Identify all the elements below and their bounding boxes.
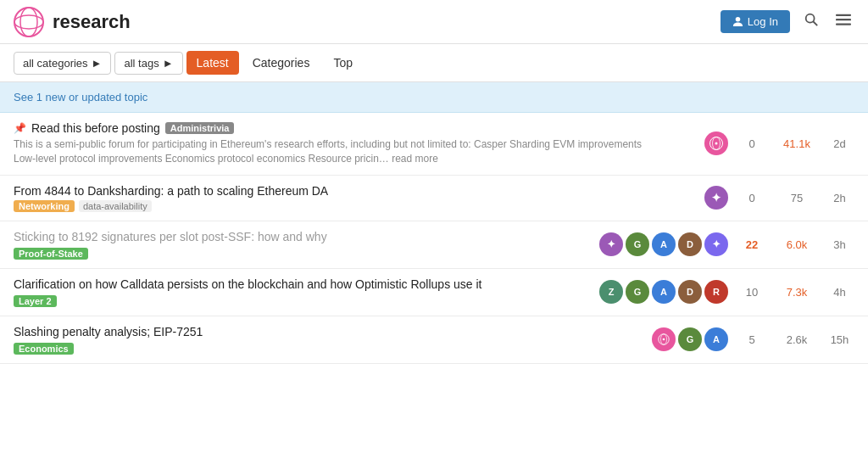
- chevron-right-icon: ►: [92, 57, 103, 70]
- avatar: G: [626, 280, 649, 304]
- site-logo: [14, 7, 44, 37]
- avatar: D: [678, 232, 702, 256]
- topic-title-row: 📌 Read this before posting Administrivia: [14, 121, 645, 135]
- avatar: G: [626, 232, 649, 256]
- table-row: Slashing penalty analysis; EIP-7251 Econ…: [0, 316, 868, 364]
- tag-badge-economics[interactable]: Economics: [14, 343, 74, 355]
- topic-views: 41.1k: [776, 137, 818, 150]
- avatar: A: [652, 232, 676, 256]
- avatar: Z: [599, 280, 623, 304]
- pinned-icon: 📌: [14, 122, 26, 134]
- svg-rect-6: [836, 14, 851, 16]
- site-title: research: [53, 11, 131, 33]
- tab-top[interactable]: Top: [323, 51, 363, 75]
- svg-point-11: [715, 143, 718, 145]
- topic-avatars: G A: [652, 327, 728, 351]
- tag-badge-layer2[interactable]: Layer 2: [14, 295, 57, 307]
- svg-point-2: [14, 15, 43, 29]
- topic-title-row: Slashing penalty analysis; EIP-7251: [14, 325, 645, 338]
- table-row: Sticking to 8192 signatures per slot pos…: [0, 221, 868, 269]
- tag-badge-pos[interactable]: Proof-of-Stake: [14, 248, 88, 260]
- topic-views: 2.6k: [776, 333, 818, 346]
- header-left: research: [14, 7, 131, 37]
- topic-avatars: ✦: [652, 186, 728, 210]
- tag-small-data-availability[interactable]: data-availability: [79, 200, 152, 212]
- topic-main: From 4844 to Danksharding: a path to sca…: [14, 184, 645, 212]
- table-row: From 4844 to Danksharding: a path to sca…: [0, 176, 868, 221]
- topic-main: Clarification on how Calldata persists o…: [14, 277, 593, 307]
- avatar: ✦: [704, 232, 728, 256]
- person-icon: [732, 16, 743, 27]
- svg-point-3: [26, 20, 31, 25]
- topic-views: 75: [776, 192, 818, 204]
- topic-avatars: [652, 131, 728, 155]
- header-right: Log In: [721, 8, 854, 35]
- login-button[interactable]: Log In: [721, 10, 790, 33]
- topic-replies: 0: [735, 137, 769, 150]
- topic-age: 2d: [825, 137, 854, 150]
- search-icon: [804, 12, 819, 27]
- topic-age: 4h: [825, 286, 854, 299]
- topic-age: 2h: [825, 192, 854, 204]
- table-row: 📌 Read this before posting Administrivia…: [0, 113, 868, 176]
- svg-rect-7: [836, 19, 851, 20]
- svg-point-0: [14, 8, 43, 36]
- avatar: [652, 327, 676, 351]
- tab-latest[interactable]: Latest: [186, 51, 239, 75]
- notice-bar[interactable]: See 1 new or updated topic: [0, 82, 868, 113]
- search-button[interactable]: [800, 8, 822, 35]
- avatar: D: [678, 280, 702, 304]
- topic-replies: 22: [735, 238, 769, 251]
- topic-main: Slashing penalty analysis; EIP-7251 Econ…: [14, 325, 645, 355]
- tab-categories[interactable]: Categories: [242, 51, 320, 75]
- topic-age: 3h: [825, 238, 854, 251]
- avatar: A: [704, 327, 728, 351]
- svg-point-1: [20, 8, 37, 36]
- avatar: [704, 131, 728, 155]
- table-row: Clarification on how Calldata persists o…: [0, 269, 868, 316]
- menu-button[interactable]: [832, 8, 854, 35]
- topic-avatars: ✦ G A D ✦: [599, 232, 728, 256]
- topic-title-link[interactable]: Sticking to 8192 signatures per slot pos…: [14, 230, 327, 243]
- topic-main: 📌 Read this before posting Administrivia…: [14, 121, 645, 166]
- topic-title-link[interactable]: Read this before posting: [31, 121, 160, 135]
- topic-views: 7.3k: [776, 286, 818, 299]
- topic-age: 15h: [825, 333, 854, 346]
- topic-title-row: From 4844 to Danksharding: a path to sca…: [14, 184, 645, 198]
- all-categories-dropdown[interactable]: all categories ►: [14, 52, 111, 75]
- svg-rect-8: [836, 24, 851, 25]
- topic-replies: 5: [735, 333, 769, 346]
- topic-replies: 0: [735, 192, 769, 204]
- topic-replies: 10: [735, 286, 769, 299]
- topic-list: 📌 Read this before posting Administrivia…: [0, 113, 868, 364]
- topic-title-row: Sticking to 8192 signatures per slot pos…: [14, 230, 593, 243]
- topic-title-link[interactable]: Slashing penalty analysis; EIP-7251: [14, 325, 203, 338]
- tag-badge-administrivia[interactable]: Administrivia: [165, 122, 235, 134]
- topic-excerpt: This is a semi-public forum for particip…: [14, 137, 645, 166]
- avatar: ✦: [704, 186, 728, 210]
- topic-title-row: Clarification on how Calldata persists o…: [14, 277, 593, 291]
- hamburger-icon: [836, 12, 851, 27]
- tag-badge-networking[interactable]: Networking: [14, 200, 75, 212]
- all-tags-dropdown[interactable]: all tags ►: [114, 52, 182, 75]
- topic-title-link[interactable]: Clarification on how Calldata persists o…: [14, 277, 482, 291]
- topic-views: 6.0k: [776, 238, 818, 251]
- avatar: G: [678, 327, 702, 351]
- topic-title-link[interactable]: From 4844 to Danksharding: a path to sca…: [14, 184, 328, 198]
- avatar: ✦: [599, 232, 623, 256]
- header: research Log In: [0, 0, 868, 44]
- avatar: R: [704, 280, 728, 304]
- topic-avatars: Z G A D R: [599, 280, 728, 304]
- svg-point-4: [806, 14, 815, 23]
- nav-bar: all categories ► all tags ► Latest Categ…: [0, 44, 868, 82]
- chevron-right-icon-2: ►: [163, 57, 174, 70]
- topic-main: Sticking to 8192 signatures per slot pos…: [14, 230, 593, 260]
- avatar: A: [652, 280, 676, 304]
- svg-point-14: [663, 338, 665, 341]
- svg-line-5: [813, 21, 817, 25]
